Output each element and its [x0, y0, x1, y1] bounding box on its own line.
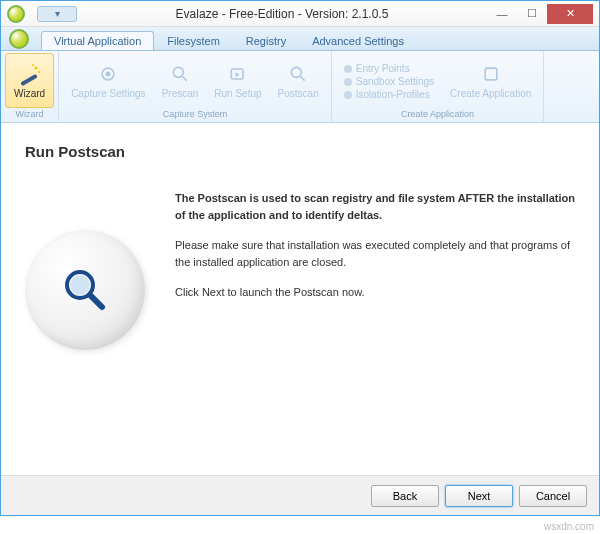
titlebar: ▾ Evalaze - Free-Edition - Version: 2.1.…	[1, 1, 599, 27]
svg-marker-9	[235, 72, 239, 77]
svg-rect-12	[485, 68, 497, 80]
page-title: Run Postscan	[25, 143, 575, 160]
svg-point-6	[173, 67, 183, 77]
bullet-icon	[344, 65, 352, 73]
ribbon-group-label-capture: Capture System	[163, 108, 228, 120]
svg-point-1	[34, 67, 37, 70]
entry-points-item[interactable]: Entry Points	[344, 62, 410, 75]
wand-icon	[18, 62, 42, 86]
content-area: Run Postscan The Postscan is used to sca…	[1, 123, 599, 475]
tab-filesystem[interactable]: Filesystem	[154, 31, 233, 50]
ribbon-group-wizard: Wizard Wizard	[1, 51, 59, 122]
tab-bar: Virtual Application Filesystem Registry …	[1, 27, 599, 51]
ribbon-group-label-wizard: Wizard	[16, 108, 44, 120]
gear-icon	[96, 62, 120, 86]
ribbon-group-capture: Capture Settings Prescan Run Setup	[59, 51, 332, 122]
ribbon-group-label-create: Create Application	[401, 108, 474, 120]
back-button[interactable]: Back	[371, 485, 439, 507]
postscan-button[interactable]: Postscan	[270, 53, 327, 108]
svg-point-10	[291, 67, 301, 77]
magnifier-large-icon	[60, 265, 110, 315]
create-application-label: Create Application	[450, 88, 531, 99]
capture-settings-label: Capture Settings	[71, 88, 146, 99]
prescan-button[interactable]: Prescan	[154, 53, 207, 108]
instruction-paragraph: Click Next to launch the Postscan now.	[175, 284, 575, 301]
maximize-button[interactable]: ☐	[517, 4, 547, 24]
wizard-label: Wizard	[14, 88, 45, 99]
run-setup-label: Run Setup	[214, 88, 261, 99]
svg-point-5	[106, 72, 111, 77]
close-button[interactable]: ✕	[547, 4, 593, 24]
magnifier-icon	[168, 62, 192, 86]
bullet-icon	[344, 78, 352, 86]
magnifier-icon	[286, 62, 310, 86]
intro-paragraph: The Postscan is used to scan registry an…	[175, 190, 575, 223]
svg-rect-0	[20, 74, 38, 86]
bullet-icon	[344, 91, 352, 99]
run-icon	[226, 62, 250, 86]
svg-point-14	[70, 275, 90, 295]
next-button[interactable]: Next	[445, 485, 513, 507]
svg-line-7	[182, 77, 186, 81]
tab-advanced-settings[interactable]: Advanced Settings	[299, 31, 417, 50]
postscan-illustration	[25, 230, 145, 350]
svg-point-2	[38, 71, 40, 73]
minimize-button[interactable]: —	[487, 4, 517, 24]
create-application-button[interactable]: Create Application	[442, 53, 539, 108]
tab-registry[interactable]: Registry	[233, 31, 299, 50]
capture-settings-button[interactable]: Capture Settings	[63, 53, 154, 108]
footer: Back Next Cancel	[1, 475, 599, 515]
svg-line-11	[301, 77, 305, 81]
wizard-button[interactable]: Wizard	[5, 53, 54, 108]
help-dropdown[interactable]: ▾	[37, 6, 77, 22]
run-setup-button[interactable]: Run Setup	[206, 53, 269, 108]
app-icon	[7, 5, 25, 23]
watermark: wsxdn.com	[544, 521, 594, 532]
isolation-profiles-item[interactable]: Isolation-Profiles	[344, 88, 430, 101]
create-options-list: Entry Points Sandbox Settings Isolation-…	[336, 53, 442, 108]
cancel-button[interactable]: Cancel	[519, 485, 587, 507]
ribbon-group-create: Entry Points Sandbox Settings Isolation-…	[332, 51, 545, 122]
svg-point-3	[32, 64, 34, 66]
create-icon	[479, 62, 503, 86]
content-text: The Postscan is used to scan registry an…	[175, 190, 575, 350]
warning-paragraph: Please make sure that installation was e…	[175, 237, 575, 270]
tab-virtual-application[interactable]: Virtual Application	[41, 31, 154, 50]
window-title: Evalaze - Free-Edition - Version: 2.1.0.…	[77, 7, 487, 21]
sandbox-settings-item[interactable]: Sandbox Settings	[344, 75, 434, 88]
postscan-label: Postscan	[278, 88, 319, 99]
ribbon: Wizard Wizard Capture Settings Prescan	[1, 51, 599, 123]
tabbar-app-icon	[9, 29, 29, 49]
svg-line-15	[90, 295, 102, 307]
prescan-label: Prescan	[162, 88, 199, 99]
